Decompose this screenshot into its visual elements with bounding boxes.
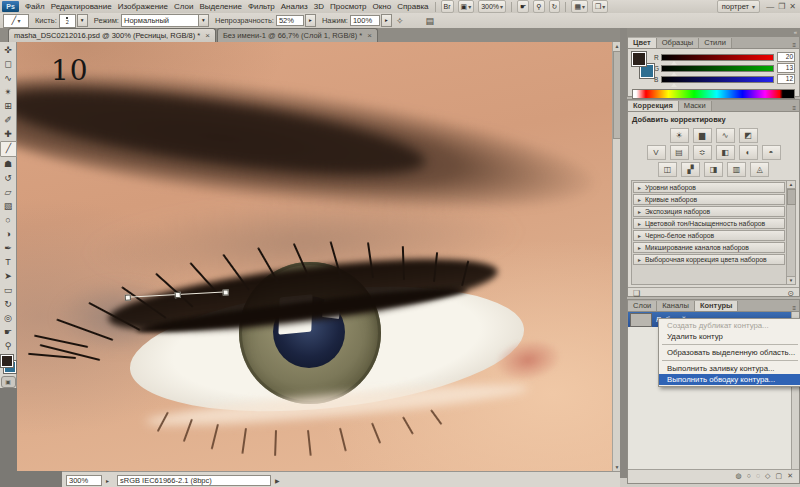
path-anchor[interactable] — [175, 292, 181, 298]
slider-handle[interactable] — [671, 83, 677, 87]
menu-file[interactable]: Файл — [22, 2, 48, 11]
color-balance-icon[interactable]: ≎ — [693, 145, 712, 160]
status-menu-arrow-icon[interactable]: ▶ — [275, 477, 280, 484]
preset-channel-mixer[interactable]: ►Микширование каналов наборов — [633, 242, 785, 253]
tool-path-selection-button[interactable]: ➤ — [1, 269, 16, 283]
green-slider[interactable] — [661, 65, 774, 72]
tab-channels[interactable]: Каналы — [657, 301, 695, 311]
tool-quick-selection-button[interactable]: ✴ — [1, 85, 16, 99]
background-color-swatch[interactable] — [640, 64, 654, 78]
tool-dodge-button[interactable]: ◑ — [1, 227, 16, 241]
close-icon[interactable]: × — [367, 31, 372, 40]
tool-zoom-button[interactable]: ⚲ — [1, 339, 16, 353]
visibility-icon[interactable]: ⊙ — [787, 289, 794, 298]
scroll-up-icon[interactable]: ▲ — [787, 181, 795, 189]
exposure-icon[interactable]: ◩ — [739, 128, 758, 143]
tab-color[interactable]: Цвет — [628, 38, 657, 48]
blue-slider[interactable] — [661, 76, 774, 83]
blend-mode-select[interactable]: Нормальный▾ — [121, 14, 209, 27]
gradient-map-icon[interactable]: ▥ — [727, 162, 746, 177]
menu-item-make-selection[interactable]: Образовать выделенную область... — [659, 347, 800, 358]
arrange-documents-button[interactable]: ▦▾ — [571, 0, 588, 13]
screen-mode-button[interactable]: ❒▾ — [592, 0, 608, 13]
close-button[interactable]: ✕ — [789, 2, 796, 11]
minimize-button[interactable]: — — [766, 2, 774, 11]
tool-clone-stamp-button[interactable]: ☗ — [1, 157, 16, 171]
bridge-button[interactable]: Br — [441, 0, 454, 13]
path-anchor[interactable] — [125, 294, 131, 300]
menu-view[interactable]: Просмотр — [327, 2, 370, 11]
scroll-down-icon[interactable]: ▼ — [787, 276, 795, 284]
preset-curves[interactable]: ►Кривые наборов — [633, 194, 785, 205]
flow-field[interactable]: 100% — [350, 15, 380, 26]
collapse-dock-icon[interactable]: « — [794, 29, 797, 35]
tool-lasso-button[interactable]: ∿ — [1, 71, 16, 85]
menu-filter[interactable]: Фильтр — [245, 2, 278, 11]
stroke-path-icon[interactable]: ○ — [747, 472, 751, 479]
fill-path-icon[interactable]: ◍ — [736, 472, 742, 480]
make-work-path-icon[interactable]: ◇ — [765, 472, 770, 480]
green-value-field[interactable]: 13 — [777, 63, 795, 73]
channel-mixer-icon[interactable]: ◓ — [762, 145, 781, 160]
view-extras-button[interactable]: ▣▾ — [458, 0, 475, 13]
invert-icon[interactable]: ◫ — [658, 162, 677, 177]
tool-eyedropper-button[interactable]: ✐ — [1, 113, 16, 127]
status-zoom-field[interactable]: 300% — [66, 475, 102, 486]
levels-icon[interactable]: ▆ — [693, 128, 712, 143]
hand-tool-button[interactable]: ☛ — [517, 0, 529, 13]
black-white-icon[interactable]: ◧ — [716, 145, 735, 160]
blue-value-field[interactable]: 12 — [777, 74, 795, 84]
tab-layers[interactable]: Слои — [628, 301, 657, 311]
menu-item-delete-path[interactable]: Удалить контур — [659, 331, 800, 342]
scrollbar-thumb[interactable] — [787, 189, 796, 205]
photo-filter-icon[interactable]: ◐ — [739, 145, 758, 160]
close-icon[interactable]: × — [205, 31, 210, 40]
tool-crop-button[interactable]: ⊞ — [1, 99, 16, 113]
path-anchor[interactable] — [223, 289, 229, 295]
disclosure-icon[interactable]: ► — [637, 221, 642, 227]
document-tab-active[interactable]: masha_DSC0212016.psd @ 300% (Ресницы, RG… — [8, 28, 216, 42]
tab-swatches[interactable]: Образцы — [657, 38, 700, 48]
presets-scrollbar[interactable]: ▲ ▼ — [786, 181, 795, 284]
menu-edit[interactable]: Редактирование — [48, 2, 115, 11]
rotate-view-button[interactable]: ↻ — [549, 0, 561, 13]
tool-history-brush-button[interactable]: ↺ — [1, 171, 16, 185]
tab-styles[interactable]: Стили — [699, 38, 732, 48]
panel-menu-icon[interactable]: ≡ — [789, 305, 799, 311]
red-value-field[interactable]: 20 — [777, 52, 795, 62]
dock-header[interactable]: « — [627, 28, 800, 36]
delete-path-icon[interactable]: ✕ — [787, 472, 793, 480]
tab-adjustments[interactable]: Коррекция — [628, 101, 679, 111]
menu-analysis[interactable]: Анализ — [278, 2, 311, 11]
tool-marquee-button[interactable]: ◻ — [1, 57, 16, 71]
preset-exposure[interactable]: ►Экспозиция наборов — [633, 206, 785, 217]
zoom-level-select[interactable]: 300%▾ — [478, 0, 506, 13]
tool-healing-brush-button[interactable]: ✚ — [1, 127, 16, 141]
path-thumbnail[interactable] — [630, 313, 652, 327]
dock-divider[interactable] — [620, 28, 627, 478]
posterize-icon[interactable]: ▞ — [681, 162, 700, 177]
tool-3d-rotate-button[interactable]: ↻ — [1, 297, 16, 311]
hue-saturation-icon[interactable]: ▤ — [670, 145, 689, 160]
panel-menu-icon[interactable]: ≡ — [789, 105, 799, 111]
foreground-color-swatch[interactable] — [1, 355, 13, 367]
brightness-contrast-icon[interactable]: ☀ — [670, 128, 689, 143]
preset-hue-saturation[interactable]: ►Цветовой тон/Насыщенность наборов — [633, 218, 785, 229]
disclosure-icon[interactable]: ► — [637, 209, 642, 215]
vibrance-icon[interactable]: V — [647, 145, 666, 160]
selective-color-icon[interactable]: ◬ — [750, 162, 769, 177]
tool-hand-button[interactable]: ☛ — [1, 325, 16, 339]
opacity-field[interactable]: 52% — [276, 15, 304, 26]
threshold-icon[interactable]: ◨ — [704, 162, 723, 177]
tool-pen-button[interactable]: ✒ — [1, 241, 16, 255]
tool-move-button[interactable]: ✜ — [1, 43, 16, 57]
disclosure-icon[interactable]: ► — [637, 233, 642, 239]
tool-gradient-button[interactable]: ▧ — [1, 199, 16, 213]
load-selection-icon[interactable]: ◌ — [756, 472, 760, 479]
menu-window[interactable]: Окно — [370, 2, 395, 11]
menu-select[interactable]: Выделение — [196, 2, 244, 11]
curves-icon[interactable]: ∿ — [716, 128, 735, 143]
preset-black-white[interactable]: ►Черно-белое наборов — [633, 230, 785, 241]
opacity-slider-arrow[interactable]: ▸ — [305, 14, 316, 27]
quick-mask-button[interactable]: ▣ — [1, 376, 16, 388]
